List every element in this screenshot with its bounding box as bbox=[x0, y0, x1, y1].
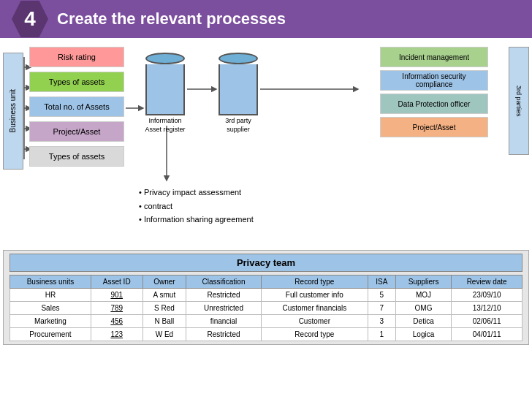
table-cell-owner: W Ed bbox=[142, 328, 186, 341]
step-number: 4 bbox=[24, 7, 36, 31]
table-cell-owner: S Red bbox=[142, 302, 186, 315]
table-cell-asset_id: 123 bbox=[91, 328, 142, 341]
list-item: Total no. of Assets bbox=[29, 96, 124, 117]
table-cell-review_date: 04/01/11 bbox=[452, 328, 522, 341]
table-cell-review_date: 13/12/10 bbox=[452, 302, 522, 315]
privacy-section: Privacy team Business units Asset ID Own… bbox=[3, 250, 529, 345]
table-header-row: Business units Asset ID Owner Classifica… bbox=[10, 276, 522, 289]
business-unit-label: Business unit bbox=[9, 89, 18, 132]
table-cell-business_units: Marketing bbox=[10, 315, 91, 328]
cylinder-shape bbox=[145, 53, 185, 115]
col-header-owner: Owner bbox=[142, 276, 186, 289]
table-cell-suppliers: Logica bbox=[395, 328, 452, 341]
table-cell-record_type: Customer bbox=[261, 315, 368, 328]
header-title: Create the relevant processes bbox=[57, 10, 286, 28]
table-cell-owner: N Ball bbox=[142, 315, 186, 328]
col-header-isa: ISA bbox=[368, 276, 395, 289]
privacy-table: Business units Asset ID Owner Classifica… bbox=[10, 275, 522, 341]
table-cell-record_type: Customer financials bbox=[261, 302, 368, 315]
table-cell-isa: 1 bbox=[368, 328, 395, 341]
third-parties-label: 3rd parties bbox=[515, 86, 523, 117]
table-cell-isa: 3 bbox=[368, 315, 395, 328]
third-parties-box: 3rd parties bbox=[509, 47, 529, 155]
table-row: Sales789S RedUnrestrictedCustomer financ… bbox=[10, 302, 522, 315]
table-body: HR901A smutRestrictedFull customer info5… bbox=[10, 289, 522, 341]
table-row: HR901A smutRestrictedFull customer info5… bbox=[10, 289, 522, 302]
right-process-boxes: Incident management Information security… bbox=[380, 47, 488, 137]
table-cell-asset_id: 789 bbox=[91, 302, 142, 315]
privacy-team-header: Privacy team bbox=[10, 254, 522, 272]
step-badge: 4 bbox=[12, 1, 48, 37]
left-items: Risk rating Types of assets Total no. of… bbox=[29, 47, 124, 167]
business-unit-box: Business unit bbox=[3, 53, 23, 170]
table-cell-record_type: Record type bbox=[261, 328, 368, 341]
table-cell-classification: Restricted bbox=[186, 289, 262, 302]
table-cell-owner: A smut bbox=[142, 289, 186, 302]
table-cell-review_date: 23/09/10 bbox=[452, 289, 522, 302]
cylinder-info-asset: Information Asset register bbox=[143, 53, 187, 134]
table-cell-review_date: 02/06/11 bbox=[452, 315, 522, 328]
cylinder-3rdparty: 3rd party supplier bbox=[216, 53, 260, 134]
list-item: Data Protection officer bbox=[380, 94, 488, 114]
table-cell-isa: 5 bbox=[368, 289, 395, 302]
diagram-area: Business unit Risk rating Types of asset… bbox=[0, 38, 532, 250]
table-cell-suppliers: MOJ bbox=[395, 289, 452, 302]
table-cell-classification: Restricted bbox=[186, 328, 262, 341]
table-cell-record_type: Full customer info bbox=[261, 289, 368, 302]
cylinder-shape bbox=[218, 53, 258, 115]
list-item: Types of assets bbox=[29, 146, 124, 167]
table-cell-business_units: Sales bbox=[10, 302, 91, 315]
col-header-classification: Classification bbox=[186, 276, 262, 289]
cylinder-info-label: Information Asset register bbox=[143, 117, 187, 134]
list-item: Types of assets bbox=[29, 72, 124, 92]
table-row: Marketing456N BallfinancialCustomer3Deti… bbox=[10, 315, 522, 328]
table-cell-classification: financial bbox=[186, 315, 262, 328]
table-cell-asset_id: 901 bbox=[91, 289, 142, 302]
header: 4 Create the relevant processes bbox=[0, 0, 532, 38]
list-item: Incident management bbox=[380, 47, 488, 67]
list-item: Risk rating bbox=[29, 47, 124, 67]
list-item: Information security compliance bbox=[380, 70, 488, 91]
col-header-record-type: Record type bbox=[261, 276, 368, 289]
cylinder-3rdparty-label: 3rd party supplier bbox=[216, 117, 260, 134]
table-cell-classification: Unrestricted bbox=[186, 302, 262, 315]
list-item: Project/Asset bbox=[29, 121, 124, 142]
table-cell-suppliers: Detica bbox=[395, 315, 452, 328]
table-cell-business_units: Procurement bbox=[10, 328, 91, 341]
table-row: Procurement123W EdRestrictedRecord type1… bbox=[10, 328, 522, 341]
col-header-review-date: Review date bbox=[452, 276, 522, 289]
col-header-asset-id: Asset ID bbox=[91, 276, 142, 289]
table-cell-isa: 7 bbox=[368, 302, 395, 315]
table-cell-business_units: HR bbox=[10, 289, 91, 302]
table-cell-suppliers: OMG bbox=[395, 302, 452, 315]
list-item: Project/Asset bbox=[380, 117, 488, 137]
bullet-points: • Privacy impact assessment • contract •… bbox=[139, 186, 254, 227]
table-cell-asset_id: 456 bbox=[91, 315, 142, 328]
col-header-suppliers: Suppliers bbox=[395, 276, 452, 289]
col-header-business-units: Business units bbox=[10, 276, 91, 289]
